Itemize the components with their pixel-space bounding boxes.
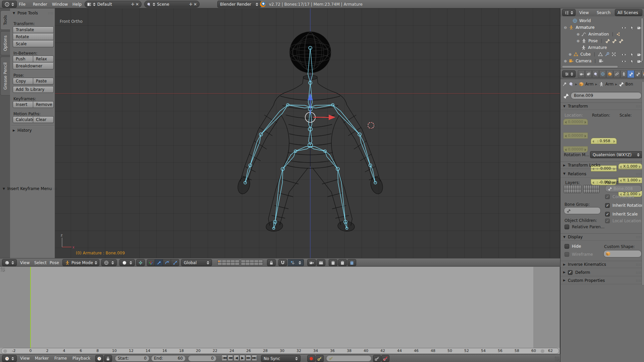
layer-cell[interactable]	[593, 185, 595, 189]
next-keyframe-button[interactable]: ▶▶	[246, 355, 251, 361]
translate-button[interactable]: Translate	[13, 26, 54, 33]
lock-to-scene-button[interactable]	[267, 259, 276, 266]
current-frame-field[interactable]: 0	[188, 355, 217, 362]
layer-cell[interactable]	[226, 260, 230, 262]
timeline-resize-corner[interactable]	[555, 357, 559, 361]
expand-icon[interactable]: ⊕	[564, 59, 567, 63]
delete-keyframes-button[interactable]	[381, 355, 389, 362]
panel-grip[interactable]	[636, 263, 642, 266]
local-location-checkbox[interactable]: Local Location	[605, 219, 641, 223]
rotation-mode-selector[interactable]: Quaternion (WXYZ)	[590, 151, 642, 158]
layer-cell[interactable]	[241, 263, 245, 265]
editor-type-properties-button[interactable]	[562, 70, 576, 77]
outliner-scope-selector[interactable]: All Scenes	[615, 9, 642, 16]
outliner-row-cube[interactable]: ⊕ Cube	[569, 52, 616, 57]
layer-cell[interactable]	[588, 189, 589, 193]
transform-panel-header[interactable]: ▼Transform	[560, 103, 644, 110]
add-to-library-button[interactable]: Add To Library	[13, 86, 54, 93]
tab-world[interactable]	[599, 70, 606, 78]
mode-selector[interactable]: Pose Mode	[62, 259, 99, 266]
layer-cell[interactable]	[579, 185, 581, 189]
menu-view3d-select[interactable]: Select	[34, 261, 47, 265]
lock-time-button[interactable]	[104, 355, 112, 362]
custom-properties-panel-header[interactable]: ▶Custom Properties	[560, 277, 644, 284]
shading-selector[interactable]	[119, 259, 135, 266]
location-x-field[interactable]: 0.00000	[563, 119, 588, 125]
layer-cell[interactable]	[597, 189, 599, 193]
scale-button[interactable]: Scale	[13, 41, 54, 47]
pose-tools-panel-header[interactable]: ▼Pose Tools	[13, 11, 54, 15]
clear-paths-button[interactable]: Clear	[33, 116, 54, 123]
scrollbar-cap-right[interactable]	[541, 349, 544, 353]
man-scale-button[interactable]	[171, 259, 179, 266]
man-rotate-button[interactable]	[163, 259, 171, 266]
inherit-rotation-checkbox[interactable]: Inherit Rotation	[605, 203, 644, 208]
menu-view3d-pose[interactable]: Pose	[50, 261, 59, 265]
paste-pose-header-button[interactable]	[338, 259, 347, 266]
tab-bone[interactable]	[627, 70, 634, 78]
layer-cell[interactable]	[246, 260, 250, 262]
layer-cell[interactable]	[235, 263, 239, 265]
paste-flipped-pose-button[interactable]	[347, 259, 356, 266]
layout-name[interactable]: Default	[97, 2, 112, 6]
insert-keyframe-button[interactable]: Insert	[13, 101, 33, 108]
layer-cell[interactable]	[579, 189, 581, 193]
breadcrumb-data[interactable]: Arm	[605, 82, 614, 86]
layer-cell[interactable]	[592, 189, 593, 193]
collapse-icon[interactable]: ⊖	[564, 26, 567, 29]
outliner-row-camera[interactable]: ⊕ Camera	[564, 59, 603, 63]
transform-locks-panel-header[interactable]: ▶Transform Locks	[560, 162, 644, 169]
layer-cell[interactable]	[564, 185, 566, 189]
layer-cell[interactable]	[246, 263, 250, 265]
scrollbar-cap-left[interactable]	[3, 349, 7, 353]
panel-grip[interactable]	[636, 105, 642, 108]
editor-type-outliner-button[interactable]	[562, 9, 576, 16]
snap-element-selector[interactable]	[288, 259, 304, 266]
sync-mode-selector[interactable]: No Sync	[261, 355, 301, 362]
pin-icon[interactable]	[562, 82, 567, 86]
layer-cell[interactable]	[575, 189, 577, 193]
layer-cell[interactable]	[584, 185, 585, 189]
layer-cell[interactable]	[595, 189, 597, 193]
editor-type-timeline-button[interactable]	[2, 355, 17, 362]
object-breadcrumb-icon[interactable]	[579, 82, 584, 86]
armature-breadcrumb-icon[interactable]	[599, 82, 604, 86]
tab-tools[interactable]: Tools	[0, 10, 10, 30]
deform-checkbox[interactable]	[568, 270, 573, 275]
layer-cell[interactable]	[241, 260, 245, 262]
timeline-corner-widget[interactable]	[1, 267, 5, 272]
layer-cell[interactable]	[259, 260, 263, 262]
menu-file[interactable]: File	[19, 2, 25, 6]
layer-cell[interactable]	[222, 260, 226, 262]
layer-cell[interactable]	[231, 263, 235, 265]
menu-outliner-view[interactable]: View	[579, 11, 589, 15]
remove-keyframe-button[interactable]: Remove	[33, 101, 54, 108]
selectability-cursor-icon[interactable]	[630, 59, 634, 64]
tab-constraints[interactable]	[613, 70, 620, 78]
layer-cell[interactable]	[218, 260, 222, 262]
layer-cell[interactable]	[564, 189, 566, 193]
panel-grip[interactable]	[636, 271, 642, 274]
prev-keyframe-button[interactable]: ◀◀	[227, 355, 233, 361]
menu-outliner-search[interactable]: Search	[597, 11, 610, 15]
layer-cell[interactable]	[590, 185, 591, 189]
viewport-3d[interactable]: z x Front Ortho (0) Armature : Bone.009 …	[0, 8, 560, 258]
tab-render[interactable]	[578, 70, 585, 78]
selectability-cursor-icon[interactable]	[630, 52, 634, 57]
layout-delete-button[interactable]: ✕	[136, 2, 139, 6]
editor-type-info-button[interactable]	[2, 1, 17, 8]
outliner-row-armature-data[interactable]: Armature	[581, 45, 607, 50]
layer-cell[interactable]	[595, 185, 597, 189]
custom-shape-field[interactable]	[603, 250, 642, 257]
tab-grease-pencil[interactable]: Grease Pencil	[0, 57, 10, 96]
start-frame-field[interactable]: Start:0	[115, 355, 150, 362]
menu-timeline-marker[interactable]: Marker	[35, 356, 49, 360]
layer-cell[interactable]	[569, 185, 570, 189]
copy-pose-button[interactable]: Copy	[13, 78, 33, 84]
outliner-row-animation[interactable]: ⊕ Animation	[577, 32, 621, 37]
properties-v-scrollbar[interactable]	[642, 81, 644, 286]
visibility-eye-icon[interactable]	[622, 52, 626, 57]
layer-cell[interactable]	[577, 189, 579, 193]
layer-cell[interactable]	[573, 189, 575, 193]
location-y-field[interactable]: 0.00000	[563, 132, 588, 139]
